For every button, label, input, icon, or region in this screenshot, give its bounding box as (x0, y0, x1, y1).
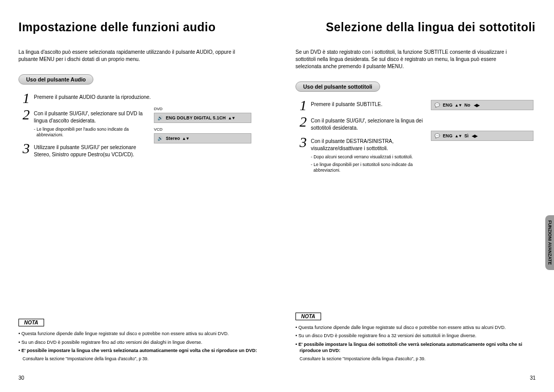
page-right: Selezione della lingua dei sottotitoli S… (277, 0, 554, 392)
nota-item: Su un disco DVD è possibile registrare f… (18, 339, 259, 346)
osd-box-subtitle: 💬 ENG ▲▼ No ◀▶ (431, 100, 533, 110)
right-intro: Se un DVD è stato registrato con i sotto… (295, 49, 516, 70)
step-text: Utilizzare il pulsante SU/GIU' per selez… (34, 143, 152, 158)
step-text-line: Con il pulsante SU/GIU', selezionare sul… (34, 111, 143, 123)
osd-text: Stereo (166, 136, 180, 141)
step-number: 1 (18, 93, 34, 104)
step-note: - Le lingue disponibili per l'audio sono… (34, 127, 152, 138)
right-title: Selezione della lingua dei sottotitoli (295, 20, 536, 34)
step-text: Con il pulsante DESTRA/SINISTRA, visuali… (311, 137, 429, 173)
nota-item: Questa funzione dipende dalle lingue reg… (18, 331, 259, 337)
nota-list: Questa funzione dipende dalle lingue reg… (295, 324, 536, 354)
leftright-icon: ◀▶ (472, 134, 477, 138)
step-text: Premere il pulsante AUDIO durante la rip… (34, 93, 151, 104)
nota-item: Su un disco DVD è possibile registrare f… (295, 333, 536, 339)
page-number-left: 30 (18, 375, 24, 381)
osd-state: Sì (464, 133, 468, 138)
osd-lang: ENG (443, 102, 452, 108)
step-number: 2 (295, 116, 311, 132)
subtitle-icon: 💬 (434, 133, 440, 138)
audio-icon: 🔊 (157, 136, 163, 141)
step-number: 2 (18, 109, 34, 138)
right-nota: NOTA Questa funzione dipende dalle lingu… (295, 311, 536, 361)
left-nota: NOTA Questa funzione dipende dalle lingu… (18, 317, 259, 361)
nota-item-bold: E' possibile impostare la lingua dei sot… (295, 341, 536, 354)
nota-item: Questa funzione dipende dalle lingue reg… (295, 324, 536, 331)
right-pill: Uso del pulsante sottotitoli (295, 81, 380, 92)
step-note: - Le lingue disponibili per i sottotitol… (311, 162, 429, 173)
osd-state: No (464, 102, 470, 108)
page-number-right: 31 (530, 375, 536, 381)
nota-item-bold: E' possibile impostare la lingua che ver… (18, 347, 259, 354)
page-left: Impostazione delle funzioni audio La lin… (0, 0, 277, 392)
nota-subtext: Consultare la sezione "Impostazione dell… (295, 356, 536, 361)
step-text-line: Con il pulsante DESTRA/SINISTRA, visuali… (311, 138, 393, 151)
nota-subtext: Consultare la sezione "Impostazione dell… (18, 356, 259, 361)
nota-list: Questa funzione dipende dalle lingue reg… (18, 331, 259, 354)
osd-lang: ENG (443, 133, 452, 138)
step-note: - Dopo alcuni secondi verrano visualizza… (311, 154, 429, 160)
left-title: Impostazione delle funzioni audio (18, 20, 259, 34)
updown-icon: ▲▼ (454, 103, 462, 108)
osd-label-dvd: DVD (154, 107, 251, 111)
leftright-icon: ◀▶ (474, 103, 479, 108)
osd-box-dvd: 🔊 ENG DOLBY DIGITAL 5.1CH ▲▼ (154, 113, 251, 123)
nota-label: NOTA (18, 319, 44, 326)
osd-box-subtitle: 💬 ENG ▲▼ Sì ◀▶ (431, 131, 533, 141)
subtitle-icon: 💬 (434, 102, 440, 108)
right-osd-column: 💬 ENG ▲▼ No ◀▶ 💬 ENG ▲▼ Sì ◀▶ (431, 100, 533, 161)
step-text: Con il pulsante SU/GIU', selezionare la … (311, 116, 429, 132)
osd-box-vcd: 🔊 Stereo ▲▼ (154, 133, 251, 143)
section-tab: FUNZIONI AVANZATE (545, 215, 554, 270)
step-number: 3 (295, 137, 311, 173)
updown-icon: ▲▼ (182, 136, 189, 141)
page-spread: Impostazione delle funzioni audio La lin… (0, 0, 554, 392)
left-pill: Uso del pulsante Audio (18, 74, 93, 85)
left-osd-column: DVD 🔊 ENG DOLBY DIGITAL 5.1CH ▲▼ VCD 🔊 S… (154, 102, 251, 143)
left-intro: La lingua d'ascolto può essere seleziona… (18, 49, 239, 63)
nota-label: NOTA (295, 313, 321, 320)
step-number: 3 (18, 143, 34, 158)
step-number: 1 (295, 100, 311, 111)
audio-icon: 🔊 (157, 115, 163, 120)
osd-label-vcd: VCD (154, 127, 251, 132)
updown-icon: ▲▼ (454, 134, 462, 138)
step-text: Con il pulsante SU/GIU', selezionare sul… (34, 109, 152, 138)
step-text: Premere il pulsante SUBTITLE. (311, 100, 383, 111)
updown-icon: ▲▼ (228, 116, 235, 120)
osd-text: ENG DOLBY DIGITAL 5.1CH (166, 115, 226, 120)
